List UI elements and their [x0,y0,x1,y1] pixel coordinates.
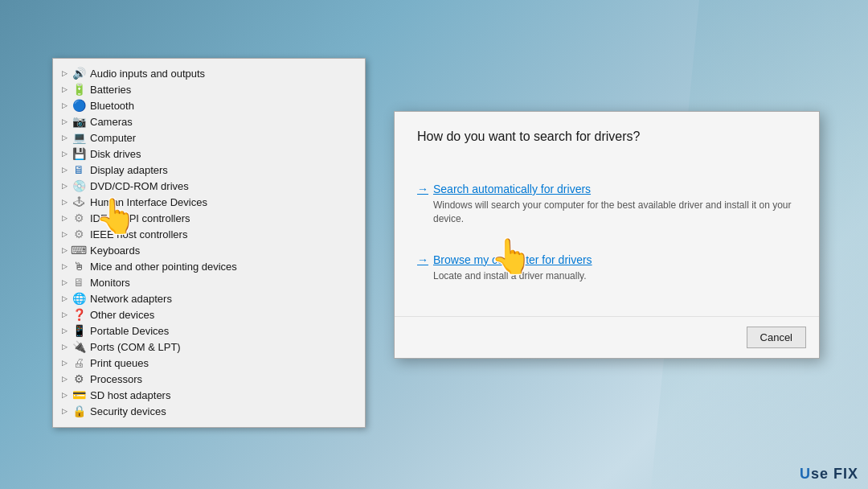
arrow-icon-auto: → [417,183,428,195]
expand-arrow-audio: ▷ [59,68,69,78]
device-item-dvd[interactable]: ▷ 💿 DVD/CD-ROM drives [53,178,365,194]
label-computer: Computer [90,132,136,144]
device-item-cameras[interactable]: ▷ 📷 Cameras [53,113,365,129]
icon-ports: 🔌 [71,340,87,353]
option-browse-desc: Locate and install a driver manually. [417,269,796,283]
icon-disk: 💾 [71,147,87,160]
label-print: Print queues [90,357,149,369]
driver-search-dialog: How do you want to search for drivers? →… [394,111,820,359]
device-item-keyboard[interactable]: ▷ ⌨ Keyboards [53,242,365,258]
option-search-auto-desc: Windows will search your computer for th… [417,199,796,226]
icon-keyboard: ⌨ [71,244,87,257]
device-item-batteries[interactable]: ▷ 🔋 Batteries [53,81,365,97]
device-item-security[interactable]: ▷ 🔒 Security devices [53,403,365,419]
cancel-button[interactable]: Cancel [747,327,806,348]
watermark: Use FIX [800,466,858,483]
icon-dvd: 💿 [71,179,87,192]
device-item-hid[interactable]: ▷ 🕹 Human Interface Devices [53,194,365,210]
icon-ide: ⚙ [71,212,87,224]
label-audio: Audio inputs and outputs [90,68,205,80]
icon-print: 🖨 [71,356,87,369]
expand-arrow-print: ▷ [59,358,69,368]
dialog-title: How do you want to search for drivers? [417,129,796,144]
label-bluetooth: Bluetooth [90,100,134,112]
icon-hid: 🕹 [71,195,87,208]
device-item-audio[interactable]: ▷ 🔊 Audio inputs and outputs [53,65,365,81]
expand-arrow-ieee: ▷ [59,229,69,239]
device-item-computer[interactable]: ▷ 💻 Computer [53,129,365,146]
label-mice: Mice and other pointing devices [90,261,237,273]
device-item-sd[interactable]: ▷ 💳 SD host adapters [53,387,365,403]
expand-arrow-network: ▷ [59,294,69,303]
label-portable: Portable Devices [90,325,169,337]
device-item-display[interactable]: ▷ 🖥 Display adapters [53,162,365,178]
label-other: Other devices [90,309,154,321]
label-keyboard: Keyboards [90,244,140,257]
device-item-disk[interactable]: ▷ 💾 Disk drives [53,146,365,162]
expand-arrow-other: ▷ [59,310,69,319]
option-browse-label: Browse my computer for drivers [433,253,592,266]
dialog-footer: Cancel [395,316,819,358]
dialog-bottom-space [395,292,819,316]
label-display: Display adapters [90,164,168,176]
option-browse-computer[interactable]: → Browse my computer for drivers Locate … [395,244,819,293]
expand-arrow-mice: ▷ [59,261,69,271]
label-cameras: Cameras [90,116,133,128]
option-search-automatically[interactable]: → Search automatically for drivers Windo… [395,173,819,236]
expand-arrow-cameras: ▷ [59,117,69,126]
expand-arrow-bluetooth: ▷ [59,101,69,110]
option-search-auto-label: Search automatically for drivers [433,183,591,195]
icon-monitor: 🖥 [71,276,87,289]
watermark-prefix: U [800,466,811,482]
icon-bluetooth: 🔵 [71,99,87,112]
icon-network: 🌐 [71,292,87,305]
expand-arrow-display: ▷ [59,165,69,175]
expand-arrow-portable: ▷ [59,326,69,335]
icon-camera: 📷 [71,115,87,128]
device-item-ports[interactable]: ▷ 🔌 Ports (COM & LPT) [53,339,365,355]
expand-arrow-dvd: ▷ [59,181,69,191]
expand-arrow-monitors: ▷ [59,277,69,287]
expand-arrow-keyboard: ▷ [59,245,69,255]
icon-ieee: ⚙ [71,228,87,240]
icon-computer: 💻 [71,131,87,144]
icon-security: 🔒 [71,405,87,417]
expand-arrow-sd: ▷ [59,390,69,400]
device-manager-panel: ▷ 🔊 Audio inputs and outputs ▷ 🔋 Batteri… [52,58,366,428]
label-security: Security devices [90,405,166,417]
device-item-ide[interactable]: ▷ ⚙ IDE/ATAPI controllers [53,210,365,226]
device-item-processors[interactable]: ▷ ⚙ Processors [53,371,365,387]
label-sd: SD host adapters [90,389,170,401]
expand-arrow-disk: ▷ [59,149,69,158]
expand-arrow-security: ▷ [59,406,69,416]
icon-battery: 🔋 [71,83,87,96]
icon-audio: 🔊 [71,67,87,80]
label-hid: Human Interface Devices [90,196,207,208]
label-monitors: Monitors [90,277,130,289]
icon-display: 🖥 [71,163,87,176]
label-batteries: Batteries [90,84,131,96]
expand-arrow-batteries: ▷ [59,84,69,94]
label-disk: Disk drives [90,148,141,160]
option-browse-title[interactable]: → Browse my computer for drivers [417,253,796,266]
device-item-mice[interactable]: ▷ 🖱 Mice and other pointing devices [53,258,365,274]
expand-arrow-ports: ▷ [59,342,69,351]
label-network: Network adapters [90,293,172,305]
expand-arrow-ide: ▷ [59,213,69,223]
expand-arrow-hid: ▷ [59,197,69,207]
icon-mice: 🖱 [71,260,87,273]
device-item-monitors[interactable]: ▷ 🖥 Monitors [53,274,365,290]
icon-processor: ⚙ [71,372,87,385]
dialog-spacer [395,236,819,244]
device-item-portable[interactable]: ▷ 📱 Portable Devices [53,323,365,339]
icon-sd: 💳 [71,388,87,401]
device-item-print[interactable]: ▷ 🖨 Print queues [53,355,365,371]
device-item-ieee[interactable]: ▷ ⚙ IEEE host controllers [53,226,365,242]
expand-arrow-computer: ▷ [59,133,69,142]
device-item-network[interactable]: ▷ 🌐 Network adapters [53,290,365,306]
option-search-auto-title[interactable]: → Search automatically for drivers [417,183,796,195]
label-ieee: IEEE host controllers [90,228,187,240]
arrow-icon-browse: → [417,253,428,266]
device-item-other[interactable]: ▷ ❓ Other devices [53,306,365,323]
device-item-bluetooth[interactable]: ▷ 🔵 Bluetooth [53,97,365,113]
